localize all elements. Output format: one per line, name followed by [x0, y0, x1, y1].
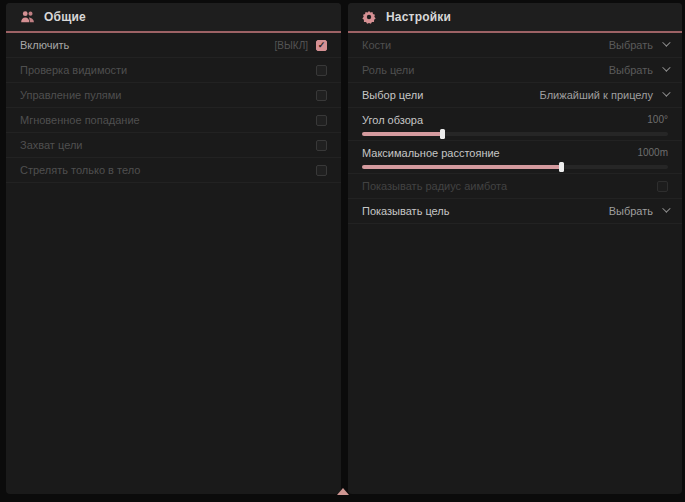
option-label: Проверка видимости [20, 64, 127, 76]
slider-handle[interactable] [440, 129, 445, 139]
setting-label: Максимальное расстояние [362, 147, 500, 159]
bones-dropdown[interactable]: Выбрать [609, 39, 668, 51]
fov-slider[interactable] [362, 132, 668, 136]
chevron-down-icon [662, 88, 670, 96]
setting-row-target-role[interactable]: Роль цели Выбрать [348, 58, 682, 83]
setting-label: Угол обзора [362, 114, 423, 126]
chevron-down-icon [662, 204, 670, 212]
chevron-down-icon [662, 38, 670, 46]
option-row-body-only[interactable]: Стрелять только в тело [6, 158, 341, 183]
target-role-dropdown[interactable]: Выбрать [609, 64, 668, 76]
slider-value: 1000m [637, 147, 668, 158]
panel-title: Общие [44, 10, 86, 24]
chevron-down-icon [662, 63, 670, 71]
option-row-bullet-control[interactable]: Управление пулями [6, 83, 341, 108]
dropdown-value: Выбрать [609, 39, 653, 51]
option-label: Мгновенное попадание [20, 114, 140, 126]
checkbox-bullet-control[interactable] [316, 90, 327, 101]
option-label: Управление пулями [20, 89, 122, 101]
setting-row-target-select[interactable]: Выбор цели Ближайший к прицелу [348, 83, 682, 108]
setting-row-max-distance: Максимальное расстояние 1000m [348, 141, 682, 174]
setting-label: Показывать цель [362, 205, 450, 217]
checkbox-target-lock[interactable] [316, 140, 327, 151]
panel-general-header: Общие [6, 3, 341, 33]
option-row-instant-hit[interactable]: Мгновенное попадание [6, 108, 341, 133]
option-row-visibility-check[interactable]: Проверка видимости [6, 58, 341, 83]
scroll-up-indicator[interactable] [337, 488, 349, 495]
show-target-dropdown[interactable]: Выбрать [609, 205, 668, 217]
gear-icon [362, 10, 377, 24]
setting-label: Показывать радиус аимбота [362, 180, 507, 192]
target-select-dropdown[interactable]: Ближайший к прицелу [540, 89, 668, 101]
option-label: Стрелять только в тело [20, 164, 140, 176]
option-row-target-lock[interactable]: Захват цели [6, 133, 341, 158]
setting-row-bones[interactable]: Кости Выбрать [348, 33, 682, 58]
keybind-hint: [ВЫКЛ] [275, 40, 308, 51]
slider-handle[interactable] [559, 162, 564, 172]
setting-row-fov: Угол обзора 100° [348, 108, 682, 141]
dropdown-value: Выбрать [609, 205, 653, 217]
checkbox-enable[interactable] [316, 40, 327, 51]
checkbox-instant-hit[interactable] [316, 115, 327, 126]
option-row-enable[interactable]: Включить [ВЫКЛ] [6, 33, 341, 58]
setting-row-show-radius[interactable]: Показывать радиус аимбота [348, 174, 682, 199]
setting-label: Выбор цели [362, 89, 423, 101]
checkbox-body-only[interactable] [316, 165, 327, 176]
dropdown-value: Выбрать [609, 64, 653, 76]
setting-label: Роль цели [362, 64, 414, 76]
panel-title: Настройки [386, 10, 451, 24]
checkbox-visibility-check[interactable] [316, 65, 327, 76]
option-label: Захват цели [20, 139, 82, 151]
checkbox-show-radius[interactable] [657, 181, 668, 192]
option-label: Включить [20, 39, 69, 51]
panel-general: Общие Включить [ВЫКЛ] Проверка видимости… [6, 3, 341, 494]
max-distance-slider[interactable] [362, 165, 668, 169]
panel-settings: Настройки Кости Выбрать Роль цели Выбрат… [348, 3, 682, 494]
setting-label: Кости [362, 39, 391, 51]
panel-settings-header: Настройки [348, 3, 682, 33]
users-icon [20, 10, 35, 24]
slider-value: 100° [647, 114, 668, 125]
dropdown-value: Ближайший к прицелу [540, 89, 653, 101]
setting-row-show-target[interactable]: Показывать цель Выбрать [348, 199, 682, 224]
